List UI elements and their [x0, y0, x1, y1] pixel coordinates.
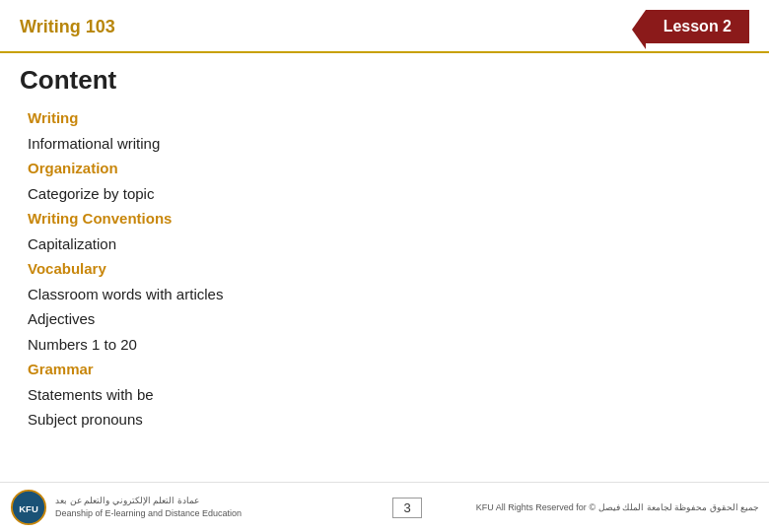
page-title: Writing 103	[20, 17, 115, 37]
content-list-item: Informational writing	[28, 131, 749, 157]
page-number: 3	[392, 498, 421, 518]
content-section-title: Content	[0, 53, 769, 101]
content-list: WritingInformational writingOrganization…	[0, 101, 769, 436]
content-list-item: Vocabulary	[28, 256, 749, 282]
footer-arabic-text: عمادة التعلم الإلكتروني والتعلم عن بعد D…	[55, 495, 373, 519]
page-header: Writing 103 Lesson 2	[0, 0, 769, 53]
content-list-item: Subject pronouns	[28, 407, 749, 432]
content-list-item: Organization	[28, 156, 749, 181]
content-list-item: Grammar	[28, 357, 749, 382]
content-list-item: Adjectives	[28, 306, 749, 332]
content-list-item: Writing	[28, 105, 749, 131]
page-footer: KFU عمادة التعلم الإلكتروني والتعلم عن ب…	[0, 482, 769, 532]
kfu-logo: KFU	[10, 489, 47, 526]
content-list-item: Writing Conventions	[28, 206, 749, 232]
content-list-item: Categorize by topic	[28, 181, 749, 207]
content-list-item: Classroom words with articles	[28, 282, 749, 307]
content-list-item: Statements with be	[28, 382, 749, 408]
content-list-item: Numbers 1 to 20	[28, 332, 749, 358]
footer-rights-text: جميع الحقوق محفوظة لجامعة الملك فيصل © K…	[442, 502, 759, 512]
svg-text:KFU: KFU	[19, 503, 38, 514]
content-list-item: Capitalization	[28, 232, 749, 257]
lesson-badge: Lesson 2	[646, 10, 749, 43]
